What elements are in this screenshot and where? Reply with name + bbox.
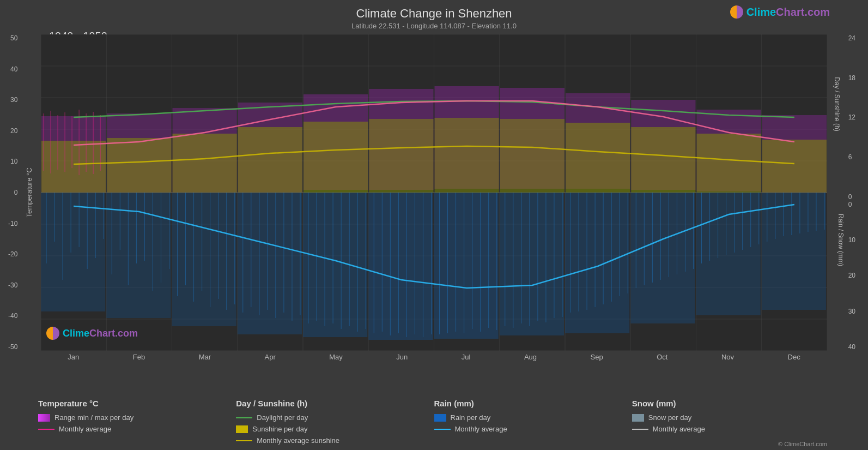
legend-title-temp: Temperature °C bbox=[38, 399, 236, 408]
legend-title-rain: Rain (mm) bbox=[434, 399, 632, 408]
svg-rect-153 bbox=[566, 123, 630, 193]
temp-range-swatch bbox=[38, 414, 50, 422]
legend-title-snow: Snow (mm) bbox=[632, 399, 830, 408]
chart-area: Climate Change in Shenzhen Latitude 22.5… bbox=[0, 0, 868, 393]
daylight-line bbox=[236, 417, 252, 418]
legend-col-sunshine: Day / Sunshine (h) Daylight per day Suns… bbox=[236, 399, 434, 445]
month-jul: Jul bbox=[462, 353, 471, 361]
y-axis-right-top: 24 18 12 6 0 bbox=[848, 34, 855, 201]
legend-col-snow: Snow (mm) Snow per day Monthly average bbox=[632, 399, 830, 445]
month-jan: Jan bbox=[68, 353, 79, 361]
snow-swatch bbox=[632, 414, 644, 422]
y-axis-left: 50 40 30 20 10 0 -10 -20 -30 -40 -50 bbox=[8, 34, 17, 351]
rain-swatch bbox=[434, 414, 446, 422]
svg-rect-148 bbox=[238, 127, 302, 193]
y-axis-left-label: Temperature °C bbox=[25, 167, 33, 217]
sunshine-swatch bbox=[236, 425, 248, 433]
logo-icon-bottom bbox=[46, 327, 59, 340]
svg-rect-151 bbox=[435, 118, 499, 193]
watermark-bottom-left: ClimeChart.com bbox=[46, 327, 138, 340]
legend-item-temp-range: Range min / max per day bbox=[38, 413, 236, 422]
snow-label: Snow per day bbox=[648, 413, 692, 422]
rain-avg-line bbox=[434, 429, 451, 430]
watermark-top-right: ClimeChart.com bbox=[730, 5, 830, 19]
legend-title-sunshine: Day / Sunshine (h) bbox=[236, 399, 434, 408]
page-subtitle: Latitude 22.531 - Longitude 114.087 - El… bbox=[0, 22, 868, 30]
watermark-bottom-text: ClimeChart.com bbox=[63, 328, 138, 339]
month-feb: Feb bbox=[133, 353, 145, 361]
month-apr: Apr bbox=[265, 353, 276, 361]
svg-rect-149 bbox=[304, 122, 368, 193]
svg-rect-147 bbox=[173, 134, 237, 193]
month-dec: Dec bbox=[788, 353, 800, 361]
temp-avg-label: Monthly average bbox=[59, 425, 111, 433]
temp-range-label: Range min / max per day bbox=[54, 413, 133, 422]
svg-rect-155 bbox=[697, 134, 761, 193]
main-container: Climate Change in Shenzhen Latitude 22.5… bbox=[0, 0, 868, 450]
month-nov: Nov bbox=[721, 353, 734, 361]
legend-item-daylight: Daylight per day bbox=[236, 413, 434, 422]
svg-rect-152 bbox=[500, 119, 564, 193]
legend-col-temperature: Temperature °C Range min / max per day M… bbox=[38, 399, 236, 445]
y-axis-right-bottom: 0 10 20 30 40 bbox=[848, 201, 855, 351]
month-aug: Aug bbox=[524, 353, 537, 361]
chart-svg bbox=[41, 34, 827, 351]
legend-item-sunshine-avg: Monthly average sunshine bbox=[236, 436, 434, 445]
month-mar: Mar bbox=[199, 353, 211, 361]
month-jun: Jun bbox=[396, 353, 408, 361]
legend-item-temp-avg: Monthly average bbox=[38, 425, 236, 433]
logo-icon-top bbox=[730, 5, 743, 19]
sunshine-avg-line bbox=[236, 440, 252, 441]
snow-avg-line bbox=[632, 429, 648, 430]
legend-item-rain: Rain per day bbox=[434, 413, 632, 422]
month-may: May bbox=[329, 353, 343, 361]
legend-item-snow: Snow per day bbox=[632, 413, 830, 422]
daylight-label: Daylight per day bbox=[257, 413, 308, 422]
legend-col-rain: Rain (mm) Rain per day Monthly average bbox=[434, 399, 632, 445]
temp-avg-line bbox=[38, 429, 54, 430]
svg-rect-156 bbox=[762, 140, 827, 193]
snow-avg-label: Monthly average bbox=[653, 425, 705, 433]
svg-rect-154 bbox=[631, 127, 695, 193]
x-axis: Jan Feb Mar Apr May Jun Jul Aug Sep Oct … bbox=[41, 353, 827, 361]
sunshine-label: Sunshine per day bbox=[252, 425, 307, 433]
rain-label: Rain per day bbox=[451, 413, 491, 422]
svg-rect-146 bbox=[107, 138, 171, 193]
svg-rect-150 bbox=[369, 119, 433, 193]
copyright: © ClimeChart.com bbox=[778, 441, 827, 447]
legend-area: Temperature °C Range min / max per day M… bbox=[0, 393, 868, 450]
y-axis-right-top-label: Day / Sunshine (h) bbox=[833, 77, 840, 131]
y-axis-right-bottom-label: Rain / Snow (mm) bbox=[837, 214, 845, 266]
legend-item-rain-avg: Monthly average bbox=[434, 425, 632, 433]
legend-item-snow-avg: Monthly average bbox=[632, 425, 830, 433]
watermark-top-text: ClimeChart.com bbox=[746, 6, 830, 19]
legend-item-sunshine: Sunshine per day bbox=[236, 425, 434, 433]
sunshine-avg-label: Monthly average sunshine bbox=[257, 436, 339, 445]
rain-avg-label: Monthly average bbox=[455, 425, 507, 433]
month-oct: Oct bbox=[657, 353, 667, 361]
chart-wrapper: 50 40 30 20 10 0 -10 -20 -30 -40 -50 24 … bbox=[41, 34, 827, 351]
month-sep: Sep bbox=[591, 353, 603, 361]
